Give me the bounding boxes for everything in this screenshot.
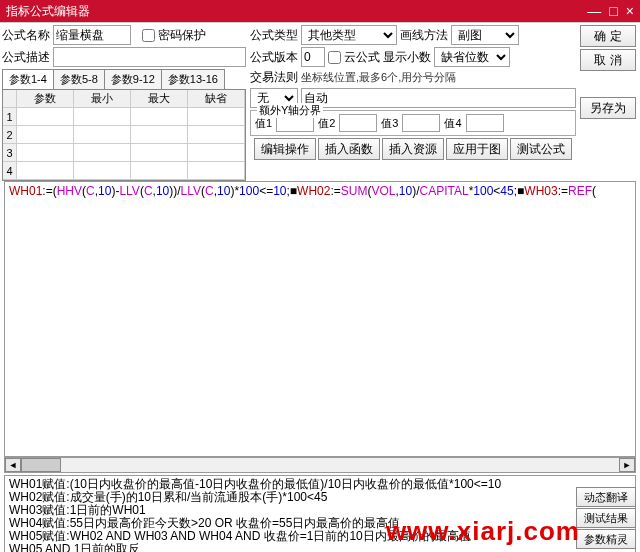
tab-params-13-16[interactable]: 参数13-16 (161, 69, 225, 89)
param-cell[interactable] (75, 144, 129, 161)
param-cell[interactable] (132, 108, 186, 125)
scroll-right-icon[interactable]: ► (619, 458, 635, 472)
extra-y-title: 额外Y轴分界 (257, 103, 323, 118)
name-input[interactable] (53, 25, 131, 45)
tab-params-1-4[interactable]: 参数1-4 (2, 69, 54, 89)
param-cell[interactable] (189, 144, 243, 161)
paramhd-max: 最大 (131, 90, 188, 108)
maximize-icon[interactable]: □ (609, 3, 617, 19)
param-cell[interactable] (18, 162, 72, 179)
scroll-left-icon[interactable]: ◄ (5, 458, 21, 472)
param-cell[interactable] (18, 126, 72, 143)
scroll-thumb[interactable] (21, 458, 61, 472)
titlebar: 指标公式编辑器 — □ × (0, 0, 640, 22)
cancel-button[interactable]: 取 消 (580, 49, 636, 71)
param-grid: 参数 最小 最大 缺省 1 2 3 4 (2, 89, 246, 181)
desc-label: 公式描述 (2, 49, 50, 66)
type-label: 公式类型 (250, 27, 298, 44)
param-cell[interactable] (189, 108, 243, 125)
param-cell[interactable] (75, 108, 129, 125)
cloud-checkbox-wrap[interactable]: 云公式 (328, 49, 380, 66)
saveas-button[interactable]: 另存为 (580, 97, 636, 119)
hscrollbar[interactable]: ◄ ► (4, 457, 636, 473)
wizard-button[interactable]: 参数精灵 (576, 529, 636, 549)
drawmethod-label: 画线方法 (400, 27, 448, 44)
ok-button[interactable]: 确 定 (580, 25, 636, 47)
paramhd-def: 缺省 (188, 90, 245, 108)
pwd-checkbox-wrap[interactable]: 密码保护 (142, 27, 206, 44)
param-cell[interactable] (132, 144, 186, 161)
extra-y-group: 额外Y轴分界 值1 值2 值3 值4 (250, 110, 576, 136)
dyntrans-button[interactable]: 动态翻译 (576, 487, 636, 507)
param-cell[interactable] (75, 126, 129, 143)
window-title: 指标公式编辑器 (6, 3, 90, 20)
decimals-select[interactable]: 缺省位数 (434, 47, 510, 67)
pwd-checkbox[interactable] (142, 29, 155, 42)
close-icon[interactable]: × (626, 3, 634, 19)
insert-res-button[interactable]: 插入资源 (382, 138, 444, 160)
testres-button[interactable]: 测试结果 (576, 508, 636, 528)
val3-input[interactable] (402, 114, 440, 132)
rule-hint: 坐标线位置,最多6个,用分号分隔 (301, 70, 456, 85)
test-button[interactable]: 测试公式 (510, 138, 572, 160)
param-cell[interactable] (189, 162, 243, 179)
paramhd-min: 最小 (74, 90, 131, 108)
param-cell[interactable] (132, 162, 186, 179)
type-select[interactable]: 其他类型 (301, 25, 397, 45)
drawmethod-select[interactable]: 副图 (451, 25, 519, 45)
tab-params-5-8[interactable]: 参数5-8 (53, 69, 105, 89)
decimals-label: 显示小数 (383, 49, 431, 66)
name-label: 公式名称 (2, 27, 50, 44)
tab-params-9-12[interactable]: 参数9-12 (104, 69, 162, 89)
param-cell[interactable] (132, 126, 186, 143)
param-tabs: 参数1-4 参数5-8 参数9-12 参数13-16 (2, 69, 246, 89)
val4-input[interactable] (466, 114, 504, 132)
rule-label: 交易法则 (250, 69, 298, 86)
param-cell[interactable] (18, 144, 72, 161)
version-input[interactable] (301, 47, 325, 67)
param-cell[interactable] (75, 162, 129, 179)
code-editor[interactable]: WH01:=(HHV(C,10)-LLV(C,10))/LLV(C,10)*10… (4, 181, 636, 457)
desc-input[interactable] (53, 47, 246, 67)
val2-input[interactable] (339, 114, 377, 132)
insert-func-button[interactable]: 插入函数 (318, 138, 380, 160)
cloud-checkbox[interactable] (328, 51, 341, 64)
minimize-icon[interactable]: — (587, 3, 601, 19)
apply-button[interactable]: 应用于图 (446, 138, 508, 160)
param-cell[interactable] (18, 108, 72, 125)
rule-input[interactable] (301, 88, 576, 108)
param-cell[interactable] (189, 126, 243, 143)
paramhd-name: 参数 (17, 90, 74, 108)
output-panel: WH01赋值:(10日内收盘价的最高值-10日内收盘价的最低值)/10日内收盘价… (4, 475, 636, 552)
version-label: 公式版本 (250, 49, 298, 66)
edit-button[interactable]: 编辑操作 (254, 138, 316, 160)
